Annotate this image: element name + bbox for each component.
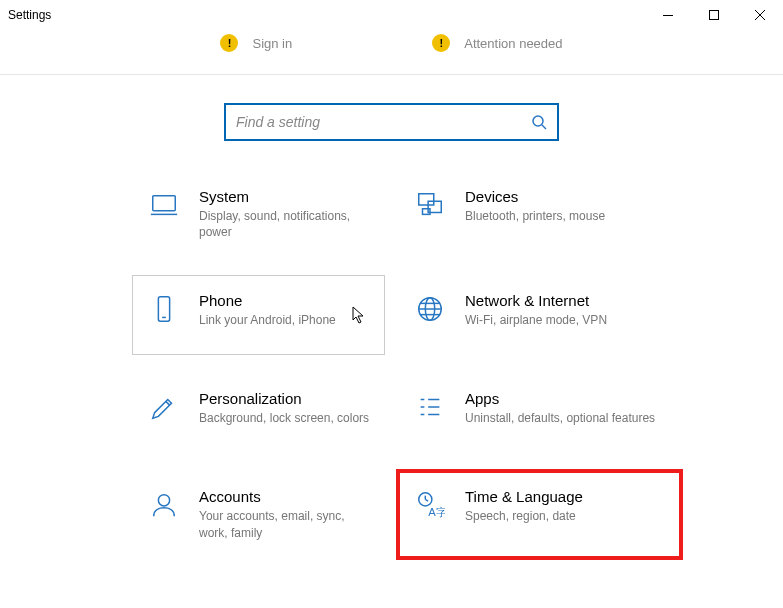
tile-title: Time & Language xyxy=(465,488,668,505)
svg-rect-6 xyxy=(153,196,176,211)
tile-title: Phone xyxy=(199,292,372,309)
minimize-button[interactable] xyxy=(645,0,691,30)
tile-title: Network & Internet xyxy=(465,292,668,309)
tile-desc: Link your Android, iPhone xyxy=(199,312,372,328)
tile-title: Accounts xyxy=(199,488,372,505)
tile-title: Devices xyxy=(465,188,668,205)
tile-system[interactable]: System Display, sound, notifications, po… xyxy=(132,171,385,257)
alert-sign-in[interactable]: ! Sign in xyxy=(220,34,292,52)
svg-point-25 xyxy=(158,495,169,506)
system-icon xyxy=(147,190,181,224)
search-box[interactable] xyxy=(224,103,559,141)
svg-line-18 xyxy=(166,402,170,406)
tile-desc: Uninstall, defaults, optional features xyxy=(465,410,668,426)
search-icon xyxy=(531,114,547,130)
titlebar: Settings xyxy=(0,0,783,30)
phone-icon xyxy=(147,294,181,328)
alert-label: Sign in xyxy=(252,36,292,51)
alerts-row: ! Sign in ! Attention needed xyxy=(0,30,783,75)
maximize-button[interactable] xyxy=(691,0,737,30)
tile-network[interactable]: Network & Internet Wi-Fi, airplane mode,… xyxy=(398,275,681,355)
warning-icon: ! xyxy=(220,34,238,52)
devices-icon xyxy=(413,190,447,224)
warning-icon: ! xyxy=(432,34,450,52)
network-icon xyxy=(413,294,447,328)
svg-line-28 xyxy=(425,500,428,502)
tile-apps[interactable]: Apps Uninstall, defaults, optional featu… xyxy=(398,373,681,453)
close-button[interactable] xyxy=(737,0,783,30)
tile-desc: Display, sound, notifications, power xyxy=(199,208,372,240)
tile-desc: Background, lock screen, colors xyxy=(199,410,372,426)
tile-desc: Speech, region, date xyxy=(465,508,668,524)
tile-devices[interactable]: Devices Bluetooth, printers, mouse xyxy=(398,171,681,251)
tile-personalization[interactable]: Personalization Background, lock screen,… xyxy=(132,373,385,453)
window-title: Settings xyxy=(8,8,51,22)
cursor-icon xyxy=(352,306,366,328)
alert-label: Attention needed xyxy=(464,36,562,51)
search-container xyxy=(0,75,783,171)
svg-line-5 xyxy=(542,125,546,129)
window-controls xyxy=(645,0,783,30)
personalization-icon xyxy=(147,392,181,426)
tile-accounts[interactable]: Accounts Your accounts, email, sync, wor… xyxy=(132,471,385,557)
apps-icon xyxy=(413,392,447,426)
tile-desc: Bluetooth, printers, mouse xyxy=(465,208,668,224)
tile-desc: Your accounts, email, sync, work, family xyxy=(199,508,372,540)
accounts-icon xyxy=(147,490,181,524)
alert-attention[interactable]: ! Attention needed xyxy=(432,34,562,52)
tile-time-language[interactable]: A字 Time & Language Speech, region, date xyxy=(398,471,681,557)
tile-desc: Wi-Fi, airplane mode, VPN xyxy=(465,312,668,328)
tile-phone[interactable]: Phone Link your Android, iPhone xyxy=(132,275,385,355)
svg-text:A字: A字 xyxy=(428,507,445,519)
tile-title: Personalization xyxy=(199,390,372,407)
tile-title: Apps xyxy=(465,390,668,407)
svg-rect-8 xyxy=(419,194,434,205)
search-input[interactable] xyxy=(236,114,531,130)
time-language-icon: A字 xyxy=(413,490,447,524)
settings-grid: System Display, sound, notifications, po… xyxy=(0,171,783,558)
svg-point-4 xyxy=(533,116,543,126)
svg-rect-1 xyxy=(710,11,719,20)
tile-title: System xyxy=(199,188,372,205)
